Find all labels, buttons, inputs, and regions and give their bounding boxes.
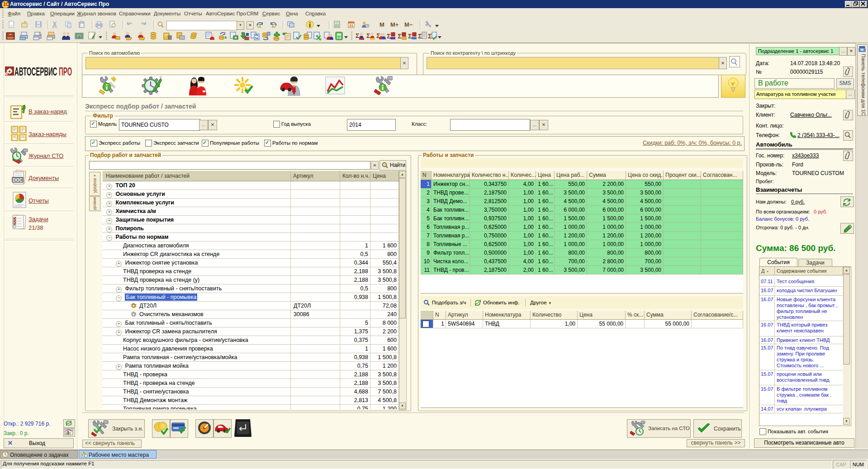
svg-text:31: 31 (349, 24, 353, 28)
svg-text:Σ: Σ (356, 32, 359, 39)
svg-text:$: $ (78, 34, 81, 38)
svg-text:Σ: Σ (408, 32, 412, 40)
svg-text:Σ: Σ (418, 32, 422, 40)
svg-text:Σ: Σ (428, 32, 432, 40)
svg-text:Σ: Σ (387, 32, 391, 40)
svg-text:Σ: Σ (398, 32, 402, 40)
svg-text:DOC: DOC (13, 178, 23, 183)
svg-text:Σ: Σ (366, 32, 370, 39)
